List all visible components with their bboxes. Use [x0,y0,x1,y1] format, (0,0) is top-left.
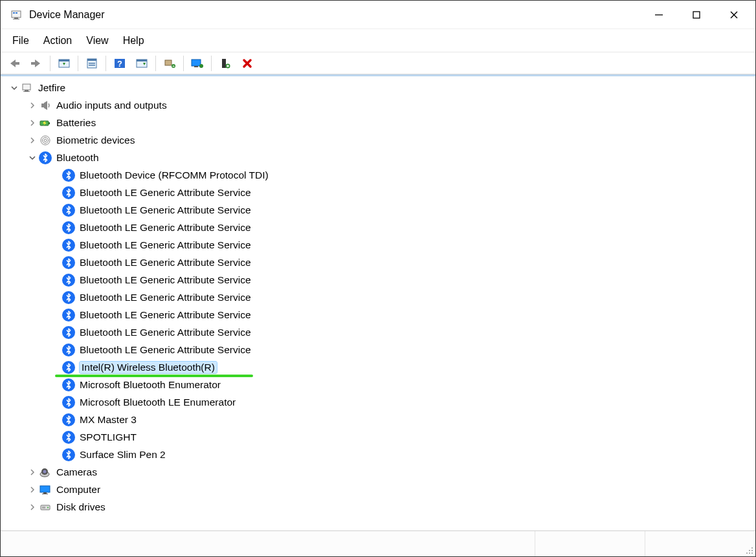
tree-device[interactable]: Bluetooth LE Generic Attribute Service [2,201,755,219]
svg-text:?: ? [117,59,122,69]
tree-category[interactable]: Bluetooth [2,149,755,166]
close-button[interactable] [715,1,753,29]
tree-category[interactable]: Audio inputs and outputs [2,96,755,114]
fingerprint-icon [38,133,52,147]
svg-rect-27 [194,66,198,67]
tree-item-label: Bluetooth LE Generic Attribute Service [80,292,251,303]
tree-category[interactable]: Disk drives [2,498,755,516]
svg-rect-26 [192,60,201,66]
tree-device[interactable]: Bluetooth LE Generic Attribute Service [2,271,755,289]
collapse-icon[interactable] [27,152,38,164]
tree-pane: JetfireAudio inputs and outputsBatteries… [1,74,755,529]
svg-rect-29 [222,59,226,68]
status-cell [1,531,535,556]
tree-item-label: Batteries [56,117,96,129]
tree-device[interactable]: SPOTLIGHT [2,428,755,446]
help-button[interactable]: ? [110,55,129,72]
toolbar-separator [106,56,106,71]
tree-category[interactable]: Batteries [2,114,755,131]
svg-rect-56 [751,552,753,554]
tree-device[interactable]: Bluetooth LE Generic Attribute Service [2,306,755,323]
bluetooth-icon [38,151,52,165]
menubar: File Action View Help [1,29,755,52]
bluetooth-icon [61,308,76,322]
svg-rect-1 [14,17,18,19]
svg-rect-32 [25,90,28,91]
titlebar: Device Manager [1,1,755,29]
tree-device[interactable]: MX Master 3 [2,411,755,428]
tree-item-label: Microsoft Bluetooth Enumerator [80,379,221,391]
bluetooth-icon [61,256,76,270]
maximize-button[interactable] [678,1,715,29]
tree-device[interactable]: Bluetooth LE Generic Attribute Service [2,323,755,341]
tree-item-label: Bluetooth [56,152,99,164]
tree-item-label: Microsoft Bluetooth LE Enumerator [80,397,236,408]
svg-rect-21 [137,60,147,61]
collapse-icon[interactable] [8,82,20,94]
tree-category[interactable]: Cameras [2,463,755,481]
window-title: Device Manager [29,9,105,21]
bluetooth-icon [61,343,76,357]
svg-rect-4 [16,12,17,14]
toolbar-separator [211,56,212,71]
tree-device[interactable]: Bluetooth LE Generic Attribute Service [2,341,755,358]
tree-item-label: Bluetooth LE Generic Attribute Service [80,309,251,321]
minimize-button[interactable] [640,1,678,29]
bluetooth-icon [61,203,76,217]
svg-rect-47 [42,494,48,494]
tree-item-label: Jetfire [38,82,65,94]
expand-icon[interactable] [27,135,38,146]
tree-device[interactable]: Microsoft Bluetooth LE Enumerator [2,393,755,411]
tree-item-label: Bluetooth Device (RFCOMM Protocol TDI) [80,169,269,181]
uninstall-button[interactable] [216,55,235,72]
svg-rect-9 [15,62,19,65]
update-driver-button[interactable] [188,55,207,72]
tree-item-label: Bluetooth LE Generic Attribute Service [80,344,251,356]
back-button[interactable] [5,55,24,72]
tree-item-label: Bluetooth LE Generic Attribute Service [80,239,251,251]
menu-view[interactable]: View [80,31,115,50]
tree-category[interactable]: Computer [2,481,755,498]
expand-icon[interactable] [27,117,38,129]
tree-device[interactable]: Bluetooth LE Generic Attribute Service [2,236,755,254]
svg-rect-45 [40,486,50,492]
svg-rect-17 [89,65,95,66]
tree-device[interactable]: Bluetooth LE Generic Attribute Service [2,254,755,271]
svg-point-49 [47,507,49,508]
tree-device[interactable]: Bluetooth LE Generic Attribute Service [2,184,755,201]
bluetooth-icon [61,273,76,287]
resize-grip[interactable] [744,545,754,555]
bluetooth-icon [61,221,76,235]
expand-icon[interactable] [27,100,38,111]
battery-icon [38,116,52,130]
menu-file[interactable]: File [6,31,36,50]
device-tree[interactable]: JetfireAudio inputs and outputsBatteries… [1,76,755,529]
bluetooth-icon [61,325,76,340]
tree-device[interactable]: Bluetooth Device (RFCOMM Protocol TDI) [2,166,755,184]
show-hidden-button[interactable] [132,55,151,72]
tree-item-label: Audio inputs and outputs [56,100,167,111]
tree-category[interactable]: Biometric devices [2,131,755,149]
tree-root[interactable]: Jetfire [2,79,755,96]
menu-action[interactable]: Action [37,31,78,50]
tree-device[interactable]: Intel(R) Wireless Bluetooth(R) [2,358,755,376]
delete-button[interactable] [238,55,257,72]
expand-icon[interactable] [27,501,38,513]
tree-device[interactable]: Microsoft Bluetooth Enumerator [2,376,755,393]
forward-button[interactable] [27,55,46,72]
tree-device[interactable]: Bluetooth LE Generic Attribute Service [2,219,755,236]
expand-icon[interactable] [27,466,38,478]
expand-icon[interactable] [27,484,38,496]
menu-help[interactable]: Help [117,31,151,50]
scan-hardware-button[interactable]: + [160,55,179,72]
svg-point-40 [43,137,49,143]
bluetooth-icon [61,238,76,252]
properties-button[interactable] [82,55,102,72]
toolbar-separator [50,56,50,71]
tree-device[interactable]: Surface Slim Pen 2 [2,446,755,463]
svg-rect-31 [23,84,30,90]
tree-item-label: MX Master 3 [80,414,137,426]
status-cell [645,531,755,556]
tree-device[interactable]: Bluetooth LE Generic Attribute Service [2,289,755,306]
show-hide-tree-button[interactable] [54,55,74,72]
